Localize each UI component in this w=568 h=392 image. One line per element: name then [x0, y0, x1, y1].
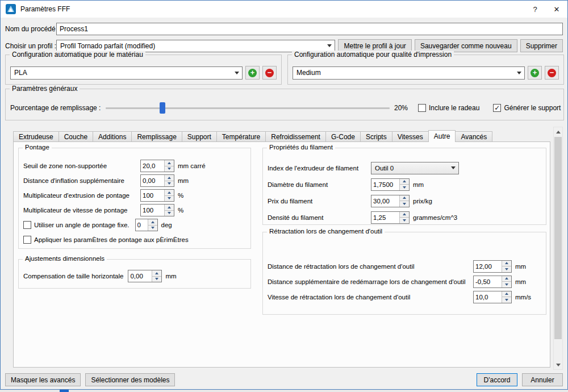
tab-couche[interactable]: Couche	[59, 131, 93, 142]
tab-remplissage[interactable]: Remplissage	[132, 131, 182, 142]
bridging-speed-spinbox[interactable]	[140, 204, 174, 216]
hide-advanced-button[interactable]: Masquer les avancés	[5, 373, 81, 386]
tab-autre[interactable]: Autre	[428, 130, 456, 142]
toolchange-retraction-distance-spinbox[interactable]	[473, 260, 512, 273]
spin-input[interactable]	[371, 179, 399, 190]
tab-support[interactable]: Support	[182, 131, 217, 142]
material-remove-button[interactable]: −	[262, 66, 277, 80]
support-checkbox[interactable]: ✓ Générer le support	[493, 104, 561, 112]
scrollbar-thumb[interactable]	[554, 137, 562, 339]
setting-label: Multiplicateur d'extrusion de pontage	[23, 192, 140, 199]
bridging-angle-spinbox[interactable]	[135, 219, 158, 231]
quality-select[interactable]: Medium	[293, 66, 525, 80]
ok-button[interactable]: D'accord	[477, 373, 517, 386]
tab-extrudeuse[interactable]: Extrudeuse	[13, 131, 59, 142]
horizontal-size-spinbox[interactable]	[128, 270, 162, 282]
dropdown-arrow-icon[interactable]	[324, 40, 335, 52]
slider-handle[interactable]	[160, 102, 165, 114]
raft-checkbox[interactable]: Inclure le radeau	[418, 104, 479, 112]
spin-buttons	[164, 160, 174, 172]
bridging-perimeters-checkbox[interactable]: Appliquer les paramÈtres de pontage aux …	[23, 236, 189, 244]
filament-toolhead-select[interactable]: Outil 0	[371, 162, 459, 174]
setting-unit: prix/kg	[413, 198, 432, 205]
spin-input[interactable]	[141, 175, 164, 186]
spin-input[interactable]	[474, 276, 502, 287]
spin-up-icon[interactable]	[165, 205, 174, 211]
bridging-body: Seuil de zone non-supportée mm carré Dis…	[23, 148, 246, 248]
spin-buttons	[399, 179, 409, 190]
slider-track[interactable]	[106, 107, 390, 109]
spin-down-icon[interactable]	[152, 277, 161, 282]
spin-up-icon[interactable]	[400, 212, 409, 218]
checkbox-box-checked[interactable]: ✓	[493, 104, 501, 112]
spin-down-icon[interactable]	[165, 196, 174, 202]
scrollbar-up-icon[interactable]	[554, 127, 562, 136]
select-models-button[interactable]: Sélectionner des modèles	[85, 373, 175, 386]
unsupported-area-spinbox[interactable]	[140, 160, 174, 172]
spin-up-icon[interactable]	[502, 276, 511, 282]
spin-down-icon[interactable]	[148, 226, 157, 231]
fixed-bridging-angle-checkbox[interactable]: Utiliser un angle de pontage fixe.	[23, 221, 130, 229]
checkbox-box[interactable]	[23, 236, 31, 244]
tab-g-code[interactable]: G-Code	[326, 131, 361, 142]
spin-down-icon[interactable]	[400, 218, 409, 223]
spin-down-icon[interactable]	[165, 166, 174, 172]
spin-up-icon[interactable]	[400, 179, 409, 185]
toolchange-retraction-speed-spinbox[interactable]	[473, 291, 512, 303]
tab-avances[interactable]: Avancés	[456, 131, 492, 142]
quality-add-button[interactable]: +	[528, 66, 542, 80]
spin-input[interactable]	[474, 261, 502, 272]
checkbox-box[interactable]	[23, 221, 31, 229]
spin-input[interactable]	[371, 195, 399, 207]
tab-scripts[interactable]: Scripts	[361, 131, 392, 142]
bridging-extrusion-spinbox[interactable]	[140, 189, 174, 202]
filament-density-spinbox[interactable]	[371, 211, 410, 224]
spin-input[interactable]	[141, 205, 164, 216]
scrollbar-down-icon[interactable]	[554, 360, 562, 369]
spin-up-icon[interactable]	[502, 291, 511, 298]
help-icon[interactable]: ?	[524, 1, 546, 18]
quality-groupbox: Configuration automatique pour qualité d…	[287, 55, 564, 85]
spin-input[interactable]	[474, 291, 502, 303]
spin-input[interactable]	[128, 270, 152, 282]
material-add-button[interactable]: +	[245, 66, 260, 80]
spin-input[interactable]	[141, 190, 164, 201]
spin-up-icon[interactable]	[502, 261, 511, 267]
process-name-field[interactable]	[56, 23, 563, 35]
dropdown-arrow-icon[interactable]	[514, 67, 524, 79]
tab-vitesses[interactable]: Vitesses	[392, 131, 429, 142]
spin-input[interactable]	[371, 212, 399, 223]
infill-slider[interactable]	[106, 102, 390, 114]
tab-additions[interactable]: Additions	[93, 131, 132, 142]
spin-down-icon[interactable]	[400, 201, 409, 207]
delete-profile-button[interactable]: Supprimer	[520, 39, 563, 52]
tab-temperature[interactable]: Température	[217, 131, 266, 142]
dropdown-arrow-icon[interactable]	[448, 162, 458, 174]
quality-remove-button[interactable]: −	[545, 66, 559, 80]
close-icon[interactable]: ✕	[546, 1, 567, 18]
spin-up-icon[interactable]	[152, 270, 161, 277]
spin-up-icon[interactable]	[400, 195, 409, 202]
spin-input[interactable]	[136, 219, 148, 231]
material-select[interactable]: PLA	[10, 66, 243, 80]
spin-up-icon[interactable]	[148, 219, 157, 226]
spin-down-icon[interactable]	[502, 282, 511, 287]
spin-up-icon[interactable]	[165, 160, 174, 166]
spin-down-icon[interactable]	[400, 185, 409, 190]
spin-up-icon[interactable]	[165, 190, 174, 196]
spin-down-icon[interactable]	[165, 211, 174, 216]
dropdown-arrow-icon[interactable]	[232, 67, 242, 79]
spin-up-icon[interactable]	[165, 175, 174, 181]
vertical-scrollbar[interactable]	[553, 127, 563, 370]
checkbox-box[interactable]	[418, 104, 426, 112]
filament-diameter-spinbox[interactable]	[371, 178, 410, 191]
toolchange-restart-distance-spinbox[interactable]	[473, 276, 512, 288]
tab-refroidissement[interactable]: Refroidissement	[266, 131, 326, 142]
spin-down-icon[interactable]	[502, 266, 511, 272]
spin-down-icon[interactable]	[165, 181, 174, 187]
cancel-button[interactable]: Annuler	[522, 373, 563, 386]
inflation-distance-spinbox[interactable]	[140, 174, 174, 187]
filament-price-spinbox[interactable]	[371, 195, 410, 207]
spin-down-icon[interactable]	[502, 297, 511, 303]
spin-input[interactable]	[141, 160, 164, 172]
